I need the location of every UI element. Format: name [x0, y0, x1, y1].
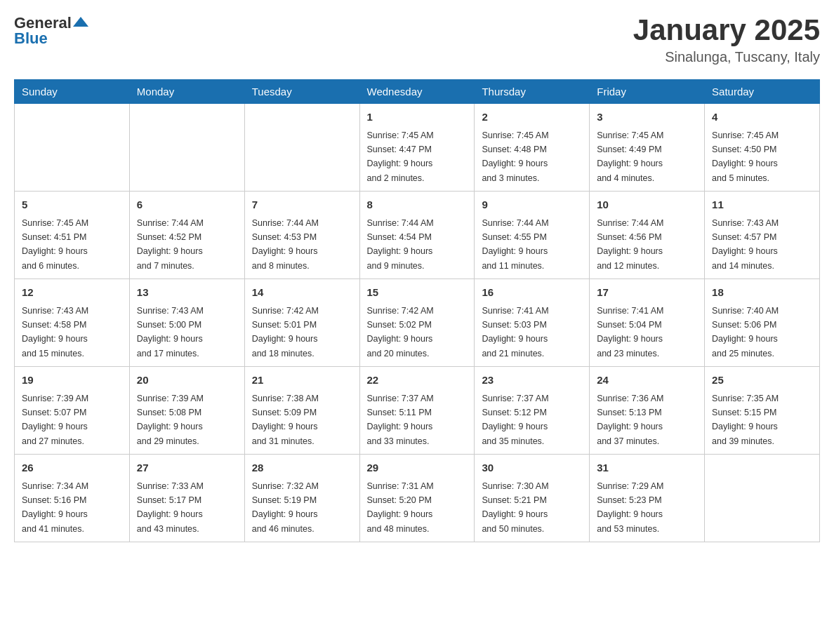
- day-number: 28: [252, 460, 352, 476]
- day-cell: 2Sunrise: 7:45 AM Sunset: 4:48 PM Daylig…: [475, 104, 590, 192]
- week-row-2: 5Sunrise: 7:45 AM Sunset: 4:51 PM Daylig…: [15, 192, 820, 279]
- month-title: January 2025: [633, 14, 820, 46]
- logo-blue-text: Blue: [14, 29, 48, 48]
- day-info: Sunrise: 7:43 AM Sunset: 4:58 PM Dayligh…: [22, 306, 88, 358]
- day-info: Sunrise: 7:40 AM Sunset: 5:06 PM Dayligh…: [712, 306, 779, 358]
- week-row-5: 26Sunrise: 7:34 AM Sunset: 5:16 PM Dayli…: [15, 455, 820, 542]
- day-number: 10: [597, 197, 697, 213]
- week-row-4: 19Sunrise: 7:39 AM Sunset: 5:07 PM Dayli…: [15, 367, 820, 455]
- day-info: Sunrise: 7:41 AM Sunset: 5:03 PM Dayligh…: [482, 306, 548, 358]
- day-info: Sunrise: 7:41 AM Sunset: 5:04 PM Dayligh…: [597, 306, 663, 358]
- day-info: Sunrise: 7:44 AM Sunset: 4:55 PM Dayligh…: [482, 218, 548, 271]
- day-cell: 26Sunrise: 7:34 AM Sunset: 5:16 PM Dayli…: [15, 455, 130, 542]
- header-row: SundayMondayTuesdayWednesdayThursdayFrid…: [15, 80, 820, 104]
- day-info: Sunrise: 7:42 AM Sunset: 5:01 PM Dayligh…: [252, 306, 319, 358]
- day-info: Sunrise: 7:45 AM Sunset: 4:48 PM Dayligh…: [482, 130, 548, 183]
- day-cell: [705, 455, 820, 542]
- day-cell: 28Sunrise: 7:32 AM Sunset: 5:19 PM Dayli…: [244, 455, 359, 542]
- day-cell: 14Sunrise: 7:42 AM Sunset: 5:01 PM Dayli…: [244, 279, 359, 367]
- day-number: 12: [22, 285, 122, 301]
- day-info: Sunrise: 7:35 AM Sunset: 5:15 PM Dayligh…: [712, 394, 779, 446]
- day-info: Sunrise: 7:44 AM Sunset: 4:52 PM Dayligh…: [137, 218, 204, 271]
- day-info: Sunrise: 7:32 AM Sunset: 5:19 PM Dayligh…: [252, 481, 319, 534]
- day-number: 1: [367, 109, 468, 126]
- day-cell: 17Sunrise: 7:41 AM Sunset: 5:04 PM Dayli…: [590, 279, 705, 367]
- title-section: January 2025 Sinalunga, Tuscany, Italy: [633, 14, 820, 65]
- calendar-table: SundayMondayTuesdayWednesdayThursdayFrid…: [14, 79, 820, 542]
- day-cell: 29Sunrise: 7:31 AM Sunset: 5:20 PM Dayli…: [359, 455, 475, 542]
- day-cell: 30Sunrise: 7:30 AM Sunset: 5:21 PM Dayli…: [475, 455, 590, 542]
- header-day-wednesday: Wednesday: [359, 80, 475, 104]
- day-number: 26: [22, 460, 122, 476]
- day-number: 23: [482, 373, 582, 389]
- day-cell: 25Sunrise: 7:35 AM Sunset: 5:15 PM Dayli…: [705, 367, 820, 455]
- day-info: Sunrise: 7:37 AM Sunset: 5:12 PM Dayligh…: [482, 394, 548, 446]
- header-day-thursday: Thursday: [475, 80, 590, 104]
- day-number: 8: [367, 197, 468, 213]
- day-info: Sunrise: 7:45 AM Sunset: 4:51 PM Dayligh…: [22, 218, 88, 271]
- day-number: 5: [22, 197, 122, 213]
- day-number: 17: [597, 285, 697, 301]
- day-number: 4: [712, 109, 812, 126]
- day-number: 11: [712, 197, 812, 213]
- day-cell: [129, 104, 244, 192]
- day-number: 31: [597, 460, 697, 476]
- day-cell: 24Sunrise: 7:36 AM Sunset: 5:13 PM Dayli…: [590, 367, 705, 455]
- day-cell: 19Sunrise: 7:39 AM Sunset: 5:07 PM Dayli…: [15, 367, 130, 455]
- day-cell: 18Sunrise: 7:40 AM Sunset: 5:06 PM Dayli…: [705, 279, 820, 367]
- day-info: Sunrise: 7:31 AM Sunset: 5:20 PM Dayligh…: [367, 481, 434, 534]
- day-number: 30: [482, 460, 582, 476]
- day-info: Sunrise: 7:39 AM Sunset: 5:07 PM Dayligh…: [22, 394, 88, 446]
- day-number: 14: [252, 285, 352, 301]
- day-cell: 5Sunrise: 7:45 AM Sunset: 4:51 PM Daylig…: [15, 192, 130, 279]
- day-cell: 1Sunrise: 7:45 AM Sunset: 4:47 PM Daylig…: [359, 104, 475, 192]
- day-number: 18: [712, 285, 812, 301]
- day-info: Sunrise: 7:45 AM Sunset: 4:49 PM Dayligh…: [597, 130, 663, 183]
- day-info: Sunrise: 7:30 AM Sunset: 5:21 PM Dayligh…: [482, 481, 548, 534]
- day-cell: 15Sunrise: 7:42 AM Sunset: 5:02 PM Dayli…: [359, 279, 475, 367]
- day-cell: 21Sunrise: 7:38 AM Sunset: 5:09 PM Dayli…: [244, 367, 359, 455]
- day-cell: 13Sunrise: 7:43 AM Sunset: 5:00 PM Dayli…: [129, 279, 244, 367]
- day-number: 13: [137, 285, 237, 301]
- day-cell: 20Sunrise: 7:39 AM Sunset: 5:08 PM Dayli…: [129, 367, 244, 455]
- day-cell: 16Sunrise: 7:41 AM Sunset: 5:03 PM Dayli…: [475, 279, 590, 367]
- day-number: 15: [367, 285, 468, 301]
- day-number: 16: [482, 285, 582, 301]
- header-day-friday: Friday: [590, 80, 705, 104]
- day-number: 20: [137, 373, 237, 389]
- logo-triangle-icon: [73, 14, 88, 29]
- day-number: 27: [137, 460, 237, 476]
- day-info: Sunrise: 7:44 AM Sunset: 4:56 PM Dayligh…: [597, 218, 663, 271]
- svg-marker-0: [73, 17, 88, 27]
- day-cell: 6Sunrise: 7:44 AM Sunset: 4:52 PM Daylig…: [129, 192, 244, 279]
- day-info: Sunrise: 7:43 AM Sunset: 5:00 PM Dayligh…: [137, 306, 204, 358]
- day-info: Sunrise: 7:34 AM Sunset: 5:16 PM Dayligh…: [22, 481, 88, 534]
- day-number: 24: [597, 373, 697, 389]
- header-day-sunday: Sunday: [15, 80, 130, 104]
- day-info: Sunrise: 7:45 AM Sunset: 4:47 PM Dayligh…: [367, 130, 434, 183]
- day-number: 19: [22, 373, 122, 389]
- day-info: Sunrise: 7:36 AM Sunset: 5:13 PM Dayligh…: [597, 394, 663, 446]
- day-info: Sunrise: 7:29 AM Sunset: 5:23 PM Dayligh…: [597, 481, 663, 534]
- day-number: 29: [367, 460, 468, 476]
- day-cell: 31Sunrise: 7:29 AM Sunset: 5:23 PM Dayli…: [590, 455, 705, 542]
- day-info: Sunrise: 7:45 AM Sunset: 4:50 PM Dayligh…: [712, 130, 779, 183]
- day-cell: 23Sunrise: 7:37 AM Sunset: 5:12 PM Dayli…: [475, 367, 590, 455]
- day-cell: 11Sunrise: 7:43 AM Sunset: 4:57 PM Dayli…: [705, 192, 820, 279]
- day-cell: 10Sunrise: 7:44 AM Sunset: 4:56 PM Dayli…: [590, 192, 705, 279]
- day-cell: 12Sunrise: 7:43 AM Sunset: 4:58 PM Dayli…: [15, 279, 130, 367]
- week-row-3: 12Sunrise: 7:43 AM Sunset: 4:58 PM Dayli…: [15, 279, 820, 367]
- day-number: 25: [712, 373, 812, 389]
- day-info: Sunrise: 7:44 AM Sunset: 4:54 PM Dayligh…: [367, 218, 434, 271]
- day-info: Sunrise: 7:37 AM Sunset: 5:11 PM Dayligh…: [367, 394, 434, 446]
- location-title: Sinalunga, Tuscany, Italy: [633, 49, 820, 65]
- day-info: Sunrise: 7:43 AM Sunset: 4:57 PM Dayligh…: [712, 218, 779, 271]
- day-cell: 3Sunrise: 7:45 AM Sunset: 4:49 PM Daylig…: [590, 104, 705, 192]
- day-cell: 22Sunrise: 7:37 AM Sunset: 5:11 PM Dayli…: [359, 367, 475, 455]
- header-day-tuesday: Tuesday: [244, 80, 359, 104]
- header-day-monday: Monday: [129, 80, 244, 104]
- day-number: 21: [252, 373, 352, 389]
- page-header: General Blue January 2025 Sinalunga, Tus…: [14, 14, 820, 65]
- day-info: Sunrise: 7:39 AM Sunset: 5:08 PM Dayligh…: [137, 394, 204, 446]
- day-number: 2: [482, 109, 582, 126]
